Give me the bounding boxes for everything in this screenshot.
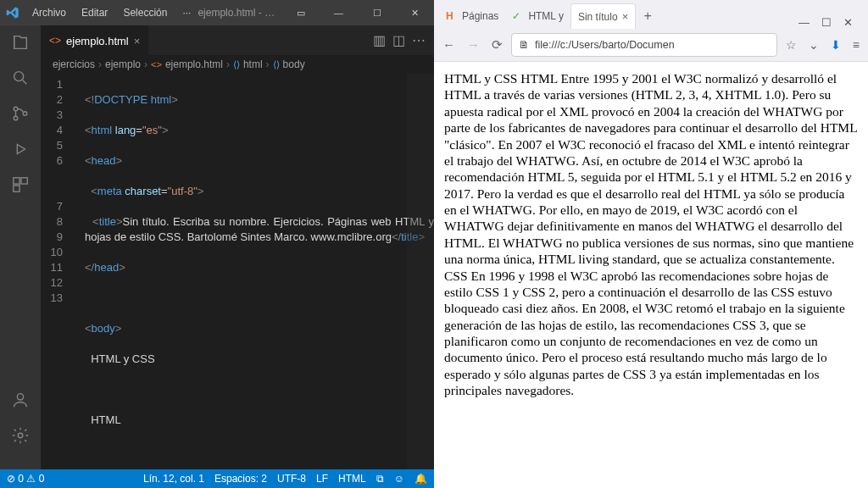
- split-editor-icon[interactable]: ▥: [373, 32, 386, 48]
- breadcrumb[interactable]: ejercicios› ejemplo› <> ejemplo.html› ⟨⟩…: [41, 55, 434, 74]
- back-button[interactable]: ←: [442, 37, 455, 53]
- tab-close-icon[interactable]: ×: [134, 35, 141, 47]
- menu-selection[interactable]: Selección: [116, 7, 174, 19]
- status-bar: ⊘ 0 ⚠ 0 Lín. 12, col. 1 Espacios: 2 UTF-…: [0, 469, 434, 488]
- status-language[interactable]: HTML: [338, 473, 366, 485]
- svg-point-0: [14, 72, 24, 81]
- search-icon[interactable]: [10, 68, 31, 88]
- svg-point-1: [14, 107, 18, 111]
- menu-more[interactable]: ···: [175, 7, 198, 19]
- menu-edit[interactable]: Editar: [75, 7, 114, 19]
- account-icon[interactable]: [10, 390, 31, 410]
- explorer-icon[interactable]: [10, 32, 31, 53]
- svg-point-8: [18, 433, 23, 438]
- code-content[interactable]: <!DOCTYPE html> <html lang="es"> <head> …: [75, 74, 434, 469]
- svg-rect-6: [14, 186, 19, 191]
- tab-label: ejemplo.html: [66, 35, 129, 47]
- browser-tab[interactable]: H Páginas: [439, 3, 505, 29]
- maximize-button[interactable]: ☐: [821, 16, 832, 29]
- menu-icon[interactable]: ≡: [853, 38, 860, 52]
- bookmark-icon[interactable]: ☆: [786, 38, 797, 52]
- html-file-icon: <>: [49, 35, 61, 47]
- more-actions-icon[interactable]: ⋯: [412, 32, 426, 48]
- html-file-icon: <>: [151, 59, 162, 69]
- status-indent[interactable]: Espacios: 2: [214, 473, 267, 485]
- crumb[interactable]: ejemplo.html: [165, 58, 223, 70]
- page-content: HTML y CSS HTML Entre 1995 y 2001 el W3C…: [434, 62, 868, 488]
- tab-label: Páginas: [462, 10, 498, 22]
- crumb[interactable]: html: [243, 58, 263, 70]
- status-encoding[interactable]: UTF-8: [277, 473, 306, 485]
- minimize-button[interactable]: —: [320, 0, 358, 25]
- minimize-button[interactable]: —: [798, 16, 810, 29]
- svg-point-7: [17, 394, 23, 400]
- pocket-icon[interactable]: ⌄: [809, 38, 819, 52]
- favicon: ✓: [512, 10, 524, 22]
- line-numbers: 12345 678910111213: [41, 74, 75, 469]
- layout-icon[interactable]: ▭: [281, 0, 320, 25]
- editor-tabs: <> ejemplo.html × ▥ ◫ ⋯: [41, 25, 434, 55]
- vscode-window: Archivo Editar Selección ··· ejemplo.htm…: [0, 0, 434, 488]
- debug-icon[interactable]: [10, 139, 31, 159]
- forward-button[interactable]: →: [467, 37, 480, 53]
- maximize-button[interactable]: ☐: [358, 0, 396, 25]
- settings-icon[interactable]: [10, 425, 31, 446]
- svg-rect-5: [21, 178, 27, 184]
- close-button[interactable]: ✕: [843, 16, 853, 29]
- brackets-icon: ⟨⟩: [273, 59, 280, 70]
- status-bell-icon[interactable]: 🔔: [415, 473, 427, 485]
- close-window-button[interactable]: ✕: [396, 0, 434, 25]
- brackets-icon: ⟨⟩: [233, 59, 240, 70]
- browser-toolbar: ← → ⟳ 🗎 file:///c:/Users/barto/Documen ☆…: [434, 29, 868, 61]
- titlebar: Archivo Editar Selección ··· ejemplo.htm…: [0, 0, 434, 25]
- url-text: file:///c:/Users/barto/Documen: [535, 39, 770, 51]
- url-bar[interactable]: 🗎 file:///c:/Users/barto/Documen: [511, 33, 777, 57]
- download-icon[interactable]: ⬇: [831, 38, 841, 52]
- crumb[interactable]: ejemplo: [105, 58, 141, 70]
- file-icon: 🗎: [519, 39, 530, 51]
- tab-close-icon[interactable]: ×: [622, 10, 629, 23]
- reload-button[interactable]: ⟳: [492, 37, 503, 53]
- activity-bar: [0, 25, 41, 469]
- crumb[interactable]: body: [283, 58, 305, 70]
- browser-tab-active[interactable]: Sin título ×: [570, 3, 636, 29]
- status-errors[interactable]: ⊘ 0 ⚠ 0: [7, 473, 44, 485]
- minimap[interactable]: [407, 74, 434, 469]
- source-control-icon[interactable]: [10, 103, 31, 124]
- status-cursor[interactable]: Lín. 12, col. 1: [143, 473, 204, 485]
- window-title: ejemplo.html - HTM...: [198, 7, 281, 19]
- menu-file[interactable]: Archivo: [25, 7, 73, 19]
- svg-rect-4: [14, 178, 19, 184]
- vscode-logo-icon: [0, 6, 25, 19]
- status-eol[interactable]: LF: [316, 473, 328, 485]
- browser-tab[interactable]: ✓ HTML y: [505, 3, 570, 29]
- status-preview-icon[interactable]: ⧉: [376, 473, 384, 485]
- crumb[interactable]: ejercicios: [53, 58, 95, 70]
- browser-window: H Páginas ✓ HTML y Sin título × + — ☐ ✕ …: [434, 0, 868, 488]
- new-tab-button[interactable]: +: [636, 3, 659, 29]
- browser-tabs: H Páginas ✓ HTML y Sin título × + — ☐ ✕: [434, 0, 868, 29]
- svg-point-3: [23, 112, 27, 116]
- status-feedback-icon[interactable]: ☺: [394, 473, 404, 485]
- code-editor[interactable]: 12345 678910111213 <!DOCTYPE html> <html…: [41, 74, 434, 469]
- tab-label: Sin título: [578, 11, 618, 23]
- svg-point-2: [14, 116, 18, 120]
- extensions-icon[interactable]: [10, 175, 31, 195]
- split-editor-icon-2[interactable]: ◫: [392, 32, 405, 48]
- favicon: H: [446, 10, 458, 22]
- tab-label: HTML y: [528, 10, 564, 22]
- tab-ejemplo[interactable]: <> ejemplo.html ×: [41, 25, 148, 55]
- menu-bar: Archivo Editar Selección ···: [25, 7, 198, 19]
